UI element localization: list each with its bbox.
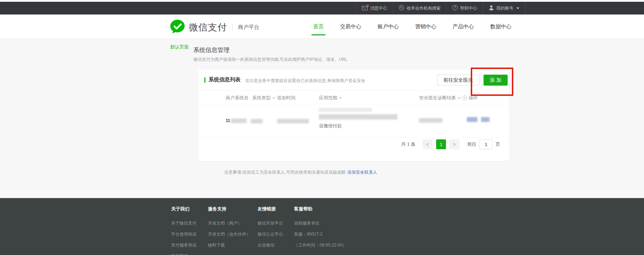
footer-text: 客服：95017-2 — [294, 231, 346, 237]
nav-item-home[interactable]: 首页 — [312, 21, 324, 33]
footer-text: （工作时间：09:00-22:00） — [294, 242, 346, 248]
footer: 关于我们 关于微信支付 平台使用协议 支付服务协议 联系我们 服务支持 开发文档… — [0, 198, 644, 255]
footer-link[interactable]: 微信公众平台 — [258, 231, 283, 237]
main-nav: 首页 交易中心 账户中心 营销中心 产品中心 数据中心 — [312, 15, 512, 39]
footer-link[interactable]: 开发文档（合作伙伴） — [208, 231, 250, 237]
card-hint: 在出资业务中需要提前设置自己的系统信息,来保障商户资金安全 — [245, 78, 365, 84]
nav-item-product-center[interactable]: 产品中心 — [452, 21, 475, 33]
topbar-item-label: 我的账号 — [496, 5, 513, 11]
footer-link[interactable]: 物料下载 — [208, 242, 250, 248]
green-accent-bar — [204, 77, 205, 83]
redacted-text-block — [419, 118, 442, 123]
mail-icon — [362, 6, 368, 10]
footer-link[interactable]: 企业微信 — [258, 242, 283, 248]
topbar-item-message-center[interactable]: 消息中心 — [356, 2, 393, 15]
footer-link[interactable]: 自助服务专区 — [294, 220, 346, 226]
footer-column-support: 客服帮助 自助服务专区 客服：95017-2 （工作时间：09:00-22:00… — [294, 206, 346, 253]
table-header-row: 商户系统名 系统类型 添加时间 应用范围 安全医生诊断结果 ? — [198, 91, 509, 104]
footer-link[interactable]: 联系我们 — [171, 253, 197, 255]
card-title: 系统信息列表 — [209, 76, 241, 83]
brand-subtitle: 商户平台 — [238, 24, 259, 31]
column-header-actions: 操作 — [469, 95, 478, 101]
next-page-button[interactable] — [450, 139, 459, 149]
chevron-down-icon — [339, 96, 342, 99]
chevron-down-icon — [516, 7, 519, 9]
column-header-system-type[interactable]: 系统类型 — [252, 95, 275, 101]
footer-link[interactable]: 开发文档（商户） — [208, 220, 250, 226]
column-header-diagnosis[interactable]: 安全医生诊断结果 ? — [419, 95, 467, 101]
help-circle-icon[interactable]: ? — [462, 95, 467, 100]
redacted-action-link[interactable] — [481, 117, 490, 122]
topbar-item-label: 收单合作机构搜索 — [407, 5, 441, 11]
nav-item-transaction-center[interactable]: 交易中心 — [339, 21, 362, 33]
cell-diagnosis — [419, 118, 442, 124]
chevron-left-icon — [426, 143, 430, 146]
brand-divider — [232, 23, 233, 31]
page-unit-label: 页 — [496, 141, 500, 147]
search-icon — [399, 5, 404, 11]
redacted-text-block — [277, 119, 309, 123]
page-title: 系统信息管理 — [193, 46, 230, 54]
goto-page-input[interactable] — [479, 139, 493, 149]
column-header-scope[interactable]: 应用范围 — [319, 95, 341, 101]
main-area: 默认页面 系统信息管理 微信支付为商户提供统一的系统信息管理功能,可在此维护商户… — [0, 39, 644, 198]
user-icon — [489, 5, 494, 11]
page-number-current[interactable]: 1 — [436, 139, 446, 149]
cell-add-time — [277, 118, 309, 125]
pagination: 共 1 条 1 前往 页 — [401, 139, 500, 150]
topbar-menu: 消息中心 收单合作机构搜索 ? 帮助中心 我的账号 — [356, 2, 525, 15]
topbar-item-label: 帮助中心 — [460, 5, 477, 11]
topbar: 消息中心 收单合作机构搜索 ? 帮助中心 我的账号 — [0, 2, 644, 15]
redacted-text-block — [319, 114, 397, 120]
goto-page-group: 前往 页 — [467, 139, 500, 149]
topbar-item-help-center[interactable]: ? 帮助中心 — [446, 2, 483, 15]
svg-text:?: ? — [454, 6, 456, 10]
chevron-right-icon — [452, 143, 456, 146]
unread-dot — [367, 5, 369, 7]
site-header: 微信支付 商户平台 首页 交易中心 账户中心 营销中心 产品中心 数据中心 — [0, 15, 644, 39]
notice-text: 注意事项:添加员工为安全联系人,可同步接受相关通知及风险提醒添加安全联系人 — [224, 169, 377, 175]
footer-link[interactable]: 关于微信支付 — [171, 220, 197, 226]
cell-actions — [467, 117, 490, 122]
help-icon: ? — [452, 5, 458, 11]
footer-column-about: 关于我们 关于微信支付 平台使用协议 支付服务协议 联系我们 — [171, 206, 197, 255]
card-header: 系统信息列表 在出资业务中需要提前设置自己的系统信息,来保障商户资金安全 前往安… — [198, 70, 509, 91]
table-row: 11 业微信付款 — [198, 104, 509, 138]
brand: 微信支付 商户平台 — [170, 19, 259, 36]
prev-page-button[interactable] — [423, 139, 433, 149]
redacted-action-link[interactable] — [467, 117, 478, 122]
add-button[interactable]: 添 加 — [484, 75, 508, 86]
cell-system-name: 11 — [226, 118, 247, 123]
footer-column-service: 服务支持 开发文档（商户） 开发文档（合作伙伴） 物料下载 — [208, 206, 250, 253]
system-info-card: 系统信息列表 在出资业务中需要提前设置自己的系统信息,来保障商户资金安全 前往安… — [198, 70, 509, 161]
scope-visible-text: 业微信付款 — [319, 123, 397, 129]
page-subtitle: 微信支付为商户提供统一的系统信息管理功能,可在此维护商户IP地址、域名、URL — [193, 57, 348, 63]
wechat-pay-logo — [170, 19, 185, 36]
footer-column-links: 友情链接 微信开放平台 微信公众平台 企业微信 — [258, 206, 283, 253]
cell-system-type — [251, 118, 262, 125]
nav-item-data-center[interactable]: 数据中心 — [490, 21, 512, 33]
footer-link[interactable]: 支付服务协议 — [171, 242, 197, 248]
wechat-pay-merchant-page: 消息中心 收单合作机构搜索 ? 帮助中心 我的账号 — [0, 0, 644, 255]
footer-link[interactable]: 平台使用协议 — [171, 231, 197, 237]
column-header-add-time: 添加时间 — [277, 95, 295, 101]
chevron-down-icon — [272, 96, 275, 99]
cell-scope: 业微信付款 — [319, 108, 397, 129]
nav-item-marketing-center[interactable]: 营销中心 — [414, 21, 437, 33]
column-header-system-name: 商户系统名 — [226, 95, 249, 101]
pagination-total: 共 1 条 — [401, 141, 416, 147]
brand-name: 微信支付 — [189, 21, 227, 34]
topbar-item-my-account[interactable]: 我的账号 — [483, 2, 525, 15]
redacted-text-block — [231, 118, 247, 123]
goto-label: 前往 — [467, 141, 476, 147]
topbar-item-acquirer-search[interactable]: 收单合作机构搜索 — [393, 2, 446, 15]
topbar-item-label: 消息中心 — [370, 5, 387, 11]
security-doctor-button[interactable]: 前往安全医生 — [437, 75, 479, 86]
redacted-text-block — [319, 108, 372, 112]
redacted-text-block — [251, 119, 262, 123]
add-security-contact-link[interactable]: 添加安全联系人 — [348, 170, 377, 175]
sidebar-item-default-page[interactable]: 默认页面 — [170, 44, 189, 50]
nav-item-account-center[interactable]: 账户中心 — [377, 21, 400, 33]
footer-link[interactable]: 微信开放平台 — [258, 220, 283, 226]
chevron-down-icon — [458, 96, 461, 99]
